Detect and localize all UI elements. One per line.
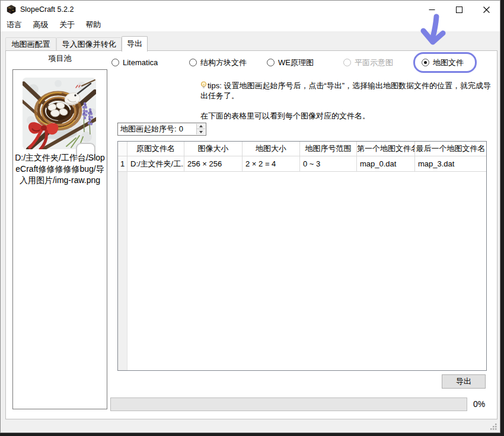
project-pool-label: 项目池: [12, 53, 108, 64]
tab-import-convert[interactable]: 导入图像并转化: [56, 37, 122, 51]
table-header-row: 原图文件名 图像大小 地图大小 地图序号范围 第一个地图文件名 最后一个地图文件…: [127, 142, 486, 156]
spinbox-value: 0: [179, 124, 183, 133]
menu-advanced[interactable]: 高级: [32, 18, 49, 32]
maximize-icon: [456, 7, 462, 13]
header-image-size[interactable]: 图像大小: [184, 142, 243, 156]
spin-up-button[interactable]: [196, 124, 205, 129]
maximize-button[interactable]: [445, 1, 473, 18]
header-first-map-file[interactable]: 第一个地图文件名: [357, 142, 415, 156]
radio-map-file[interactable]: 地图文件: [422, 57, 464, 68]
radio-we-schematic[interactable]: WE原理图: [267, 57, 314, 68]
header-source-file[interactable]: 原图文件名: [127, 142, 184, 156]
start-index-spinbox[interactable]: 地图画起始序号:0: [117, 123, 206, 136]
app-icon: [7, 5, 16, 14]
radio-circle-icon: [111, 59, 119, 66]
export-tab-pane: 项目池: [5, 50, 497, 419]
project-item-path[interactable]: D:/主文件夹/工作台/SlopeCraft修修修修修bug/导入用图片/img…: [15, 152, 105, 186]
cell-last-map-file[interactable]: map_3.dat: [415, 156, 486, 172]
menu-about[interactable]: 关于: [59, 18, 75, 32]
screen: SlopeCraft 5.2.2 语言 高级 关于 帮助 地图画配置 导入图像并: [0, 0, 504, 436]
export-progress-bar: [110, 397, 467, 411]
menu-help[interactable]: 帮助: [85, 18, 101, 32]
radio-circle-icon: [422, 59, 429, 66]
project-pool-list[interactable]: D:/主文件夹/工作台/SlopeCraft修修修修修bug/导入用图片/img…: [12, 69, 107, 409]
lightbulb-icon: [200, 81, 207, 89]
cell-map-size[interactable]: 2 × 2 = 4: [243, 156, 300, 172]
tab-map-config[interactable]: 地图画配置: [5, 37, 56, 51]
radio-structure-block[interactable]: 结构方块文件: [189, 57, 247, 68]
header-last-map-file[interactable]: 最后一个地图文件名: [415, 142, 486, 156]
minimize-icon: [429, 7, 435, 13]
tab-export[interactable]: 导出: [122, 36, 148, 52]
menu-language[interactable]: 语言: [6, 18, 23, 32]
file-table[interactable]: 原图文件名 图像大小 地图大小 地图序号范围 第一个地图文件名 最后一个地图文件…: [117, 141, 487, 371]
radio-circle-icon: [343, 59, 351, 66]
radio-flat-diagram: 平面示意图: [343, 57, 393, 68]
resize-grip[interactable]: [489, 421, 497, 431]
close-button[interactable]: [473, 1, 500, 18]
table-row[interactable]: D:/主文件夹/工... 256 × 256 2 × 2 = 4 0 ~ 3 m…: [127, 156, 486, 172]
progress-percent-label: 0%: [473, 397, 485, 411]
spin-down-button[interactable]: [196, 129, 205, 134]
project-thumbnail-image[interactable]: [23, 78, 96, 149]
radio-circle-icon: [189, 59, 197, 66]
minimize-button[interactable]: [418, 1, 445, 18]
radio-litematica[interactable]: Litematica: [111, 57, 158, 68]
cell-index-range[interactable]: 0 ~ 3: [300, 156, 357, 172]
menubar: 语言 高级 关于 帮助: [1, 18, 500, 32]
triangle-up-icon: [199, 125, 203, 127]
close-icon: [483, 7, 490, 13]
vertical-header-strip: [118, 172, 127, 370]
tips-paragraph-1: tips: 设置地图画起始序号后，点击“导出”，选择输出地图数据文件的位置，就完…: [200, 81, 498, 101]
app-window: SlopeCraft 5.2.2 语言 高级 关于 帮助 地图画配置 导入图像并: [0, 0, 500, 433]
header-map-size[interactable]: 地图大小: [243, 142, 300, 156]
radio-circle-icon: [267, 59, 275, 66]
cell-first-map-file[interactable]: map_0.dat: [357, 156, 415, 172]
window-title: SlopeCraft 5.2.2: [20, 1, 74, 18]
cell-source-file[interactable]: D:/主文件夹/工...: [127, 156, 184, 172]
cell-image-size[interactable]: 256 × 256: [184, 156, 243, 172]
triangle-down-icon: [199, 131, 203, 133]
titlebar[interactable]: SlopeCraft 5.2.2: [1, 1, 500, 18]
header-index-range[interactable]: 地图序号范围: [300, 142, 357, 156]
spin-buttons: [196, 124, 205, 134]
export-button[interactable]: 导出: [442, 374, 486, 389]
spinbox-prefix: 地图画起始序号:: [120, 124, 177, 133]
table-corner: [118, 142, 127, 156]
tips-paragraph-2: 在下面的表格里可以看到每个图像对应的文件名。: [200, 111, 498, 121]
row-number[interactable]: 1: [118, 156, 127, 172]
window-controls: [418, 1, 500, 18]
